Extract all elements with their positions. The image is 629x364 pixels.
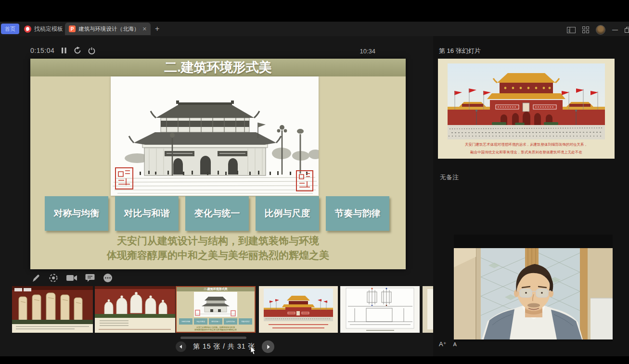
annotation-toolbar [31,273,113,283]
thumbnail-slide-18-partial[interactable] [423,286,433,333]
current-slide[interactable]: 二.建筑环境形式美 [30,59,406,269]
end-show-power-icon[interactable] [88,47,95,54]
filmstrip-scrollbar[interactable] [180,337,246,339]
next-slide-button[interactable] [262,340,274,353]
letterbox-bottom [0,356,629,364]
webcam-video [454,248,613,339]
slide-caption-line2: 体现雍容醇厚的中和之美与美华丽热烈的辉煌之美 [30,248,406,263]
thumbnail-slide-14[interactable] [95,286,175,333]
next-slide-header: 第 16 张幻灯片 [439,47,481,55]
user-avatar[interactable] [596,25,605,35]
reset-timer-icon[interactable] [74,47,81,54]
mini-slide-title: 二.建筑环境形式美 [177,287,255,291]
thumbnail-slide-17[interactable] [340,286,420,333]
mini-engraving [194,292,237,317]
svg-text:1: 1 [568,28,570,33]
page-indicator: 第 15 张 / 共 31 张 [193,342,255,351]
tiananmen-engraving-image [111,76,319,196]
close-tab-icon[interactable]: ✕ [142,26,147,32]
tab-home[interactable]: 首页 [1,24,19,34]
more-options-icon[interactable] [103,273,113,283]
slide-pager: 第 15 张 / 共 31 张 [176,340,274,353]
mini-button: 对称与均衡 [179,318,193,325]
timer-bar: 0:15:04 [30,47,95,54]
next-slide-caption-line1: 天安门建筑艺术体现对理想环境的追求，从建筑整体到细部装饰的对位关系， [438,142,615,147]
tab-document-label: 建筑与环境设计（北海）(2).pptx [78,25,140,33]
laser-pointer-icon[interactable] [49,273,58,283]
mini-button: 比例与尺度 [224,318,237,325]
mini-button: 节奏与韵律 [239,318,252,325]
mini-caption: 天安门从建筑设计与结构，到建筑装饰与环境 体现雍容醇厚的中和之美与美华丽热烈的辉… [177,326,255,331]
slide-caption: 天安门从建筑设计与结构，到建筑装饰与环境 体现雍容醇厚的中和之美与美华丽热烈的辉… [30,234,406,263]
button-contrast-harmony: 对比与和谐 [115,196,179,231]
concept-buttons: 对称与均衡 对比与和谐 变化与统一 比例与尺度 节奏与韵律 [45,196,392,231]
camera-icon[interactable] [66,274,77,282]
mouse-cursor [250,346,257,357]
thumbnail-slide-15-selected[interactable]: 二.建筑环境形式美 对称与均衡 对比与和谐 变化与统一 比例 [176,286,256,333]
button-variation-unity: 变化与统一 [185,196,249,231]
thumbnail-slide-16[interactable] [259,286,338,333]
presenter-sidebar: 第 16 张幻灯片 [433,36,629,356]
thumbnail-slide-13[interactable] [12,286,93,333]
notes-font-decrease-button[interactable]: A [453,341,457,347]
elapsed-timer: 0:15:04 [30,47,54,54]
speaker-notes-empty: 无备注 [440,173,459,182]
button-symmetry-balance: 对称与均衡 [45,196,108,231]
mini-button: 对比与和谐 [194,318,207,325]
next-slide-preview[interactable]: 天安门建筑艺术体现对理想环境的追求，从建筑整体到细部装饰的对位关系， 融合中国传… [438,59,615,159]
presentation-stage: 0:15:04 10:34 二.建筑环境形式美 [0,36,433,356]
next-slide-caption-line2: 融合中国传统文化和审美理念，形式美原则在整体建筑环境上无处不在 [438,150,615,154]
gaoding-logo-icon [24,25,31,33]
pen-tool-icon[interactable] [31,274,40,283]
sidebar-layout-icon[interactable]: 1 [567,27,576,33]
ppt-file-icon: P [69,25,76,32]
pause-timer-icon[interactable] [61,47,67,54]
window-controls: 1 — ✕ [567,25,629,35]
mini-button: 变化与统一 [209,318,222,325]
slide-caption-line1: 天安门从建筑设计与结构，到建筑装饰与环境 [30,234,406,248]
grid-apps-icon[interactable] [582,26,589,33]
button-proportion-scale: 比例与尺度 [256,196,319,231]
tab-document[interactable]: P 建筑与环境设计（北海）(2).pptx ✕ [65,23,151,35]
new-tab-button[interactable]: + [155,25,159,33]
notes-font-controls: A⁺ A [439,340,457,348]
tab-template-label: 找稿定模板 [34,25,63,33]
slide-title: 二.建筑环境形式美 [30,59,406,76]
wall-clock: 10:34 [350,48,375,55]
comment-icon[interactable] [85,274,95,282]
app-window: 首页 找稿定模板 P 建筑与环境设计（北海）(2).pptx ✕ + 1 [0,0,629,364]
webcam-container[interactable] [454,235,613,341]
previous-slide-button[interactable] [176,341,186,352]
restore-window-button[interactable] [625,27,629,33]
notes-font-increase-button[interactable]: A⁺ [439,340,447,348]
mini-buttons: 对称与均衡 对比与和谐 变化与统一 比例与尺度 节奏与韵律 [179,318,252,325]
button-rhythm-cadence: 节奏与韵律 [326,196,389,231]
minimize-button[interactable]: — [612,26,618,33]
next-slide-photo [448,63,605,139]
tab-bar: 首页 找稿定模板 P 建筑与环境设计（北海）(2).pptx ✕ + 1 [0,22,629,36]
